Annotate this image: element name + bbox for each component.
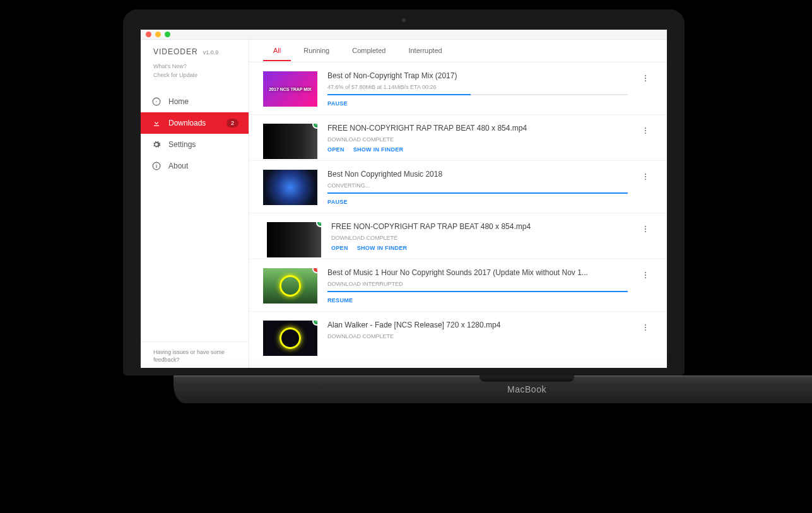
svg-point-4: [645, 75, 646, 76]
row-menu-button[interactable]: [638, 170, 653, 213]
progress-bar: [327, 192, 628, 194]
quick-links: What's New? Check for Update: [141, 60, 249, 88]
row-title: Best of Non-Copyright Trap Mix (2017): [327, 71, 628, 80]
svg-point-9: [645, 133, 646, 134]
progress-fill: [327, 94, 471, 95]
download-row: Best of Music 1 Hour No Copyright Sounds…: [249, 259, 667, 312]
svg-point-8: [645, 130, 646, 131]
row-menu-button[interactable]: [638, 71, 653, 114]
screen-bezel: VIDEODER v1.0.9 What's New? Check for Up…: [123, 9, 685, 375]
pause-button[interactable]: PAUSE: [327, 100, 348, 107]
status-error-icon: [312, 268, 317, 273]
window-close-button[interactable]: [146, 32, 151, 37]
row-menu-button[interactable]: [638, 321, 653, 356]
svg-point-7: [645, 127, 646, 129]
gear-icon: [152, 140, 161, 149]
nav: Home Downloads 2: [141, 91, 249, 177]
tab-all[interactable]: All: [263, 41, 291, 61]
app-body: VIDEODER v1.0.9 What's New? Check for Up…: [141, 40, 667, 368]
compass-icon: [152, 97, 161, 106]
feedback-prompt: Having issues or have some feedback?: [153, 348, 238, 364]
progress-fill: [327, 291, 628, 292]
row-menu-button[interactable]: [638, 222, 653, 259]
row-menu-button[interactable]: [638, 268, 653, 311]
nav-item-settings[interactable]: Settings: [141, 134, 249, 155]
window-maximize-button[interactable]: [165, 32, 170, 37]
row-actions: RESUME: [327, 297, 628, 304]
laptop-frame: VIDEODER v1.0.9 What's New? Check for Up…: [123, 9, 685, 388]
nav-label: Settings: [168, 140, 196, 149]
thumbnail[interactable]: [263, 321, 317, 356]
brand: VIDEODER v1.0.9: [141, 40, 249, 60]
row-menu-button[interactable]: [638, 124, 653, 160]
svg-point-10: [645, 174, 646, 175]
sidebar-footer: Having issues or have some feedback?: [141, 341, 249, 368]
nav-item-about[interactable]: About: [141, 155, 249, 177]
info-icon: [152, 162, 161, 170]
tabs: All Running Completed Interrupted: [249, 40, 667, 62]
svg-point-11: [645, 176, 646, 177]
row-title: Best of Music 1 Hour No Copyright Sounds…: [327, 268, 628, 277]
device-label: MacBook: [507, 384, 546, 394]
svg-point-12: [645, 179, 646, 180]
tab-running[interactable]: Running: [293, 41, 339, 61]
row-body: FREE NON-COPYRIGHT RAP TRAP BEAT 480 x 8…: [327, 124, 628, 160]
row-title: Alan Walker - Fade [NCS Release] 720 x 1…: [327, 321, 628, 329]
row-body: Best Non Copyrighted Music 2018 CONVERTI…: [327, 170, 628, 213]
show-in-finder-button[interactable]: SHOW IN FINDER: [353, 146, 404, 153]
row-actions: OPEN SHOW IN FINDER: [331, 245, 628, 251]
open-button[interactable]: OPEN: [327, 146, 344, 153]
open-button[interactable]: OPEN: [331, 245, 348, 251]
status-complete-icon: [312, 321, 317, 326]
nav-label: About: [168, 162, 188, 170]
svg-point-5: [645, 78, 646, 79]
svg-point-16: [645, 272, 646, 273]
download-list[interactable]: 2017 NCS TRAP MIX Best of Non-Copyright …: [249, 62, 667, 368]
ncs-ring-icon: [279, 275, 301, 297]
row-title: FREE NON-COPYRIGHT RAP TRAP BEAT 480 x 8…: [327, 124, 628, 133]
svg-point-13: [645, 226, 646, 227]
download-row: FREE NON-COPYRIGHT RAP TRAP BEAT 480 x 8…: [249, 115, 667, 161]
thumbnail[interactable]: [263, 268, 317, 304]
thumbnail[interactable]: [263, 124, 317, 159]
show-in-finder-button[interactable]: SHOW IN FINDER: [357, 245, 408, 251]
tab-interrupted[interactable]: Interrupted: [398, 41, 452, 61]
brand-name: VIDEODER: [153, 47, 198, 56]
hinge-notch: [480, 375, 574, 382]
download-row: FREE NON-COPYRIGHT RAP TRAP BEAT 480 x 8…: [249, 213, 667, 259]
row-subtitle: DOWNLOAD COMPLETE: [331, 235, 628, 241]
window-minimize-button[interactable]: [155, 32, 161, 37]
whats-new-link[interactable]: What's New?: [153, 62, 238, 71]
svg-point-15: [645, 231, 646, 232]
thumbnail[interactable]: [263, 170, 317, 205]
laptop-base: MacBook: [174, 375, 812, 403]
nav-item-home[interactable]: Home: [141, 91, 249, 112]
nav-label: Downloads: [168, 119, 206, 127]
thumbnail[interactable]: [267, 222, 321, 257]
row-body: Best of Non-Copyright Trap Mix (2017) 47…: [327, 71, 628, 114]
row-subtitle: CONVERTING...: [327, 182, 628, 189]
svg-point-18: [645, 277, 646, 278]
status-complete-icon: [316, 222, 321, 227]
svg-point-6: [645, 80, 646, 81]
app-window: VIDEODER v1.0.9 What's New? Check for Up…: [141, 30, 667, 368]
row-subtitle: DOWNLOAD COMPLETE: [327, 333, 628, 339]
pause-button[interactable]: PAUSE: [327, 199, 348, 205]
row-subtitle: 47.6% of 57.80MiB at 1.14MiB/s ETA 00:26: [327, 84, 628, 90]
thumbnail[interactable]: 2017 NCS TRAP MIX: [263, 71, 317, 107]
svg-point-20: [645, 327, 646, 328]
tab-completed[interactable]: Completed: [342, 41, 396, 61]
progress-fill: [327, 192, 628, 194]
brand-version: v1.0.9: [203, 49, 219, 56]
check-update-link[interactable]: Check for Update: [153, 71, 238, 80]
downloads-badge: 2: [227, 119, 238, 127]
svg-point-21: [645, 329, 646, 331]
row-actions: PAUSE: [327, 100, 628, 107]
nav-item-downloads[interactable]: Downloads 2: [141, 112, 249, 134]
resume-button[interactable]: RESUME: [327, 297, 353, 304]
progress-bar: [327, 94, 628, 95]
row-title: FREE NON-COPYRIGHT RAP TRAP BEAT 480 x 8…: [331, 222, 628, 231]
ncs-ring-icon: [279, 327, 301, 349]
svg-point-19: [645, 324, 646, 326]
main: All Running Completed Interrupted 2017 N…: [249, 40, 667, 368]
